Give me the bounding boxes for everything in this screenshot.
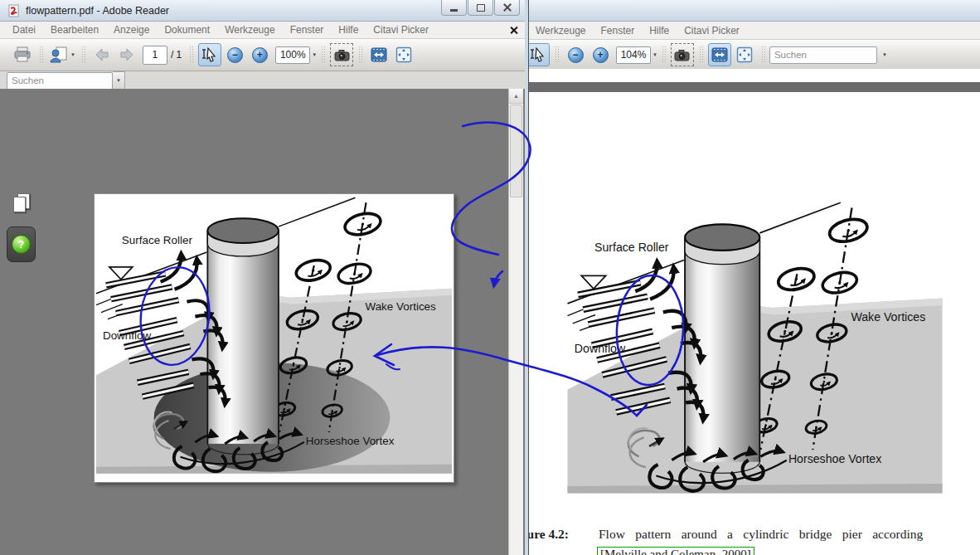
search-dropdown-caret-icon: ▼ [116,78,121,83]
search-dropdown-button[interactable]: ▼ [113,71,125,90]
close-button[interactable] [494,0,520,16]
toolbar-handle [358,46,362,64]
minus-icon: − [232,50,238,60]
fit-width-icon [711,47,728,62]
search-input[interactable] [7,72,113,90]
window-controls [440,0,520,16]
toolbar-handle [662,46,666,64]
zoom-out-button[interactable]: − [223,43,246,66]
scroll-up-icon: ▲ [513,93,519,99]
page-gap [464,82,980,92]
zoom-level-value[interactable]: 104% [616,46,651,64]
page-number-input[interactable] [143,46,167,65]
close-icon [503,3,512,12]
left-toolbar: ▼ / 1 − + 100% ▼ [0,39,528,71]
menu-citavi-picker[interactable]: Citavi Picker [366,24,436,36]
collaborate-button[interactable]: ▼ [48,43,76,66]
zoom-level-value[interactable]: 100% [275,46,310,64]
fit-width-button[interactable] [708,43,731,66]
page-thumb-icon [13,197,26,212]
select-tool-button[interactable] [198,43,221,66]
scrollbar-thumb[interactable] [510,105,522,197]
toolbar-handle [81,46,85,64]
right-toolbar: − + 104% ▼ [464,40,980,71]
right-menubar: Werkzeuge Fenster Hilfe Citavi Picker [464,22,980,40]
restore-icon [477,4,485,12]
zoom-in-button[interactable]: + [589,43,612,66]
search-input[interactable] [769,46,877,64]
fit-page-icon [395,46,412,63]
collaborate-icon [49,46,69,64]
next-page-button[interactable] [115,43,138,66]
menu-werkzeuge[interactable]: Werkzeuge [528,25,593,37]
citation-link[interactable]: [Melville and Coleman, 2000] [597,547,754,555]
menu-hilfe[interactable]: Hilfe [642,25,677,37]
menu-fenster[interactable]: Fenster [283,24,332,36]
restore-button[interactable] [468,0,493,16]
fit-page-button[interactable] [733,43,756,66]
help-icon: ? [12,235,31,254]
snapshot-button[interactable] [330,43,353,66]
next-page-icon [119,48,134,61]
window-frame-edge [525,0,528,555]
plus-icon: + [257,50,263,60]
fit-width-button[interactable] [367,43,391,66]
window-title: flowpattern.pdf - Adobe Reader [26,5,169,17]
pdf-page [94,193,454,483]
scroll-up-button[interactable]: ▲ [509,89,523,104]
snapshot-button[interactable] [671,43,694,66]
menu-dokument[interactable]: Dokument [157,24,217,36]
previous-page-button[interactable] [90,43,114,66]
camera-icon [334,49,350,61]
left-menubar: Datei Bearbeiten Anzeige Dokument Werkze… [0,22,528,39]
right-document-area[interactable]: Figure 4.2: Flow pattern around a cylind… [464,69,980,555]
fit-width-icon [371,47,387,62]
menubar-close-icon[interactable] [509,26,518,35]
toolbar-handle [189,46,193,64]
select-tool-button[interactable] [526,43,550,66]
figure-caption-text: Flow pattern around a cylindric bridge p… [599,527,978,542]
toolbar-handle [699,46,703,64]
zoom-in-button[interactable]: + [248,43,271,66]
fit-page-icon [736,46,753,63]
select-tool-icon [201,46,218,63]
zoom-dropdown-caret-icon[interactable]: ▼ [653,52,657,57]
menu-datei[interactable]: Datei [5,24,43,36]
menu-werkzeuge[interactable]: Werkzeuge [217,24,282,36]
printer-icon [13,46,32,63]
search-toolbar: ▼ [0,71,528,90]
menu-fenster[interactable]: Fenster [593,25,642,37]
fit-page-button[interactable] [392,43,415,66]
pdf-file-icon [7,4,21,17]
search-dropdown-caret-icon[interactable]: ▼ [882,52,887,57]
toolbar-handle [555,46,559,64]
zoom-dropdown-caret-icon[interactable]: ▼ [312,52,317,57]
toolbar-handle [321,46,325,64]
toolbar-handle [761,46,765,64]
menu-citavi-picker[interactable]: Citavi Picker [677,25,747,37]
menu-hilfe[interactable]: Hilfe [331,24,366,36]
collaborate-caret-icon: ▼ [70,52,75,57]
plus-icon: + [597,50,603,60]
menu-bearbeiten[interactable]: Bearbeiten [43,24,106,36]
flow-pattern-figure-right [565,199,944,502]
adobe-reader-window-background: Werkzeuge Fenster Hilfe Citavi Picker − … [464,0,980,555]
zoom-out-button[interactable]: − [564,43,587,66]
left-document-area[interactable]: ? ▲ [0,89,527,555]
minimize-icon [450,9,458,12]
minimize-button[interactable] [441,0,467,16]
pages-panel-button[interactable] [12,193,32,213]
help-panel-button[interactable]: ? [7,226,36,262]
vertical-scrollbar[interactable]: ▲ [508,89,523,555]
minus-icon: − [572,50,578,60]
right-titlebar [464,0,980,22]
menu-anzeige[interactable]: Anzeige [106,24,157,36]
adobe-reader-window-foreground: flowpattern.pdf - Adobe Reader Datei Bea… [0,0,529,555]
toolbar-handle [39,46,43,64]
select-tool-icon [530,46,546,63]
left-titlebar[interactable]: flowpattern.pdf - Adobe Reader [0,0,528,22]
previous-page-icon [95,48,109,61]
print-button[interactable] [11,43,34,66]
camera-icon [674,49,690,61]
flow-pattern-figure-left [95,194,454,482]
